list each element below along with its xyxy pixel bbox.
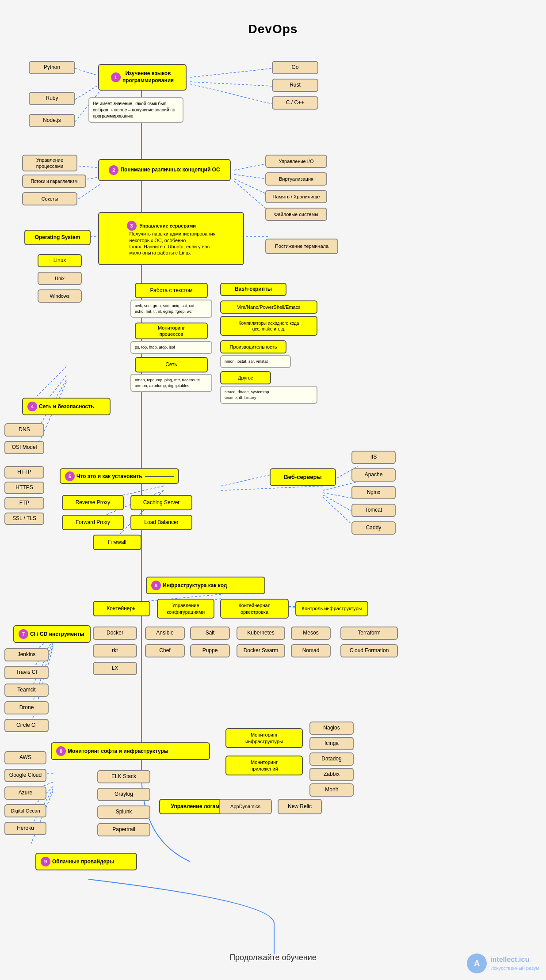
node-perf-cmds: nmon, iostat, sar, vmstat (220, 355, 291, 368)
node-python: Python (29, 61, 75, 74)
connections-svg (0, 0, 546, 980)
node-io: Управление I/O (265, 155, 327, 168)
node-mesos: Mesos (291, 627, 331, 640)
s6-label: Инфраструктура как код (163, 582, 227, 589)
svg-line-18 (35, 382, 66, 451)
watermark: A intellect.icuИскусственный разум (467, 953, 539, 973)
node-perf: Производительность (220, 340, 286, 353)
node-teamcity: Teamcit (4, 684, 49, 697)
node-threads: Потоки и параллелизм (22, 175, 86, 188)
section3-node: 3 Управление серверами Получить навыки а… (98, 212, 244, 265)
page-title: DevOps (0, 9, 546, 36)
svg-line-9 (234, 163, 267, 170)
s1-label: Изучение языковпрограммирования (122, 70, 174, 84)
svg-line-6 (75, 166, 102, 168)
node-text-work: Работа с текстом (135, 283, 208, 298)
s3-circle: 3 (127, 221, 137, 231)
svg-line-22 (221, 475, 270, 486)
node-nodejs: Node.js (29, 114, 75, 127)
svg-line-3 (190, 68, 272, 77)
s4-circle: 4 (27, 402, 37, 411)
node-editors: Vim/Nano/PowerShell/Emacs (220, 300, 317, 314)
node-jenkins: Jenkins (4, 648, 49, 661)
node-appdynamics: AppDynamics (219, 799, 272, 814)
node-tomcat: Tomcat (351, 504, 396, 517)
s8-label: Мониторинг софта и инфраструктуры (68, 748, 168, 754)
node-net-cmds: nmap, tcpdump, ping, mtr, tracerouteairm… (130, 374, 212, 392)
s2-label: Понимание различных концепций ОС (120, 167, 220, 174)
s5-circle: 5 (65, 471, 75, 481)
node-sockets: Сокеты (22, 192, 77, 205)
footer-text: Продолжайте обучение (0, 953, 546, 962)
node-rkt: rkt (93, 644, 137, 657)
watermark-icon: A (467, 953, 487, 973)
node-proc-mgmt: Управление процессами (22, 155, 77, 171)
node-ansible: Ansible (145, 627, 185, 640)
node-ruby: Ruby (29, 92, 75, 105)
s1-circle: 1 (111, 72, 121, 82)
node-lx: LX (93, 662, 137, 675)
node-cpp: C / C++ (272, 96, 318, 110)
node-load-balancer: Load Balancer (130, 515, 192, 530)
node-forward-proxy: Forward Proxy (62, 515, 124, 530)
node-proc-monitor: Мониторингпроцессов (135, 323, 208, 339)
node-newrelic: New Relic (278, 799, 322, 814)
node-reverse-proxy: Reverse Proxy (62, 495, 124, 510)
svg-line-4 (190, 82, 272, 86)
node-containers: Контейнеры (93, 601, 150, 616)
section4-node: 4 Сеть и безопасность (22, 398, 111, 415)
svg-line-11 (234, 179, 267, 194)
s7-label: CI / CD инструменты (30, 631, 84, 637)
s1-desc: Не имеет значение, какой язык был выбран… (88, 97, 183, 123)
svg-line-23 (221, 486, 323, 490)
s6-circle: 6 (151, 581, 161, 590)
node-nomad: Nomad (291, 644, 331, 657)
node-orchestration: Контейнерная оркестровка (220, 599, 289, 619)
node-webservers: Веб-серверы (270, 468, 336, 486)
s2-circle: 2 (109, 165, 118, 175)
node-ssl: SSL / TLS (4, 513, 44, 525)
node-nginx: Nginx (351, 486, 396, 499)
node-other-cmds: strace, dtrace, systemtapuname, df, hist… (220, 386, 317, 404)
node-other: Другое (220, 371, 271, 384)
node-icinga: Icinga (309, 737, 354, 750)
node-filesystem: Файловые системы (265, 208, 327, 221)
node-datadog: Datadog (309, 752, 354, 766)
svg-line-15 (35, 367, 66, 398)
node-net-box: Сеть (135, 357, 208, 372)
node-docker-swarm: Docker Swarm (237, 644, 285, 657)
node-caddy: Caddy (351, 521, 396, 535)
node-digital-ocean: Digital Ocean (4, 804, 46, 817)
node-linux: Linux (38, 254, 82, 267)
section2-node: 2 Понимание различных концепций ОС (98, 159, 231, 181)
section1-node: 1 Изучение языковпрограммирования (98, 64, 187, 91)
node-go: Go (272, 61, 318, 74)
node-terraform: Terraform (340, 627, 398, 640)
node-salt: Salt (190, 627, 230, 640)
section7-node: 7 CI / CD инструменты (13, 625, 91, 643)
node-caching: Caching Server (130, 495, 192, 510)
node-bash: Bash-скрипты (220, 283, 286, 296)
node-proc-cmds: ps, top, htop, atop, lsof (130, 341, 212, 354)
s4-label: Сеть и безопасность (39, 403, 94, 410)
node-rust: Rust (272, 79, 318, 92)
node-elk: ELK Stack (97, 770, 150, 783)
node-docker: Docker (93, 627, 137, 640)
node-terminal: Постижение терминала (265, 239, 338, 254)
node-splunk: Splunk (97, 805, 150, 819)
node-kubernetes: Kubernetes (237, 627, 285, 640)
node-aws: AWS (4, 751, 46, 764)
node-cloud-formation: Cloud Formation (340, 644, 398, 657)
footer-svg (0, 866, 546, 963)
node-google-cloud: Google Cloud (4, 769, 46, 782)
node-heroku: Heroku (4, 822, 46, 835)
node-drone: Drone (4, 701, 49, 714)
node-apache: Apache (351, 468, 396, 482)
node-https: HTTPS (4, 482, 44, 494)
node-memory: Память / Хранилище (265, 190, 327, 203)
section6-node: 6 Инфраструктура как код (146, 577, 265, 594)
s9-circle: 9 (41, 857, 50, 866)
node-azure: Azure (4, 786, 46, 800)
node-infra-monitor: Мониторингинфраструктуры (225, 728, 303, 748)
node-text-cmds: awk, sed, grep, sort, uniq, cat, cutecho… (130, 300, 212, 318)
